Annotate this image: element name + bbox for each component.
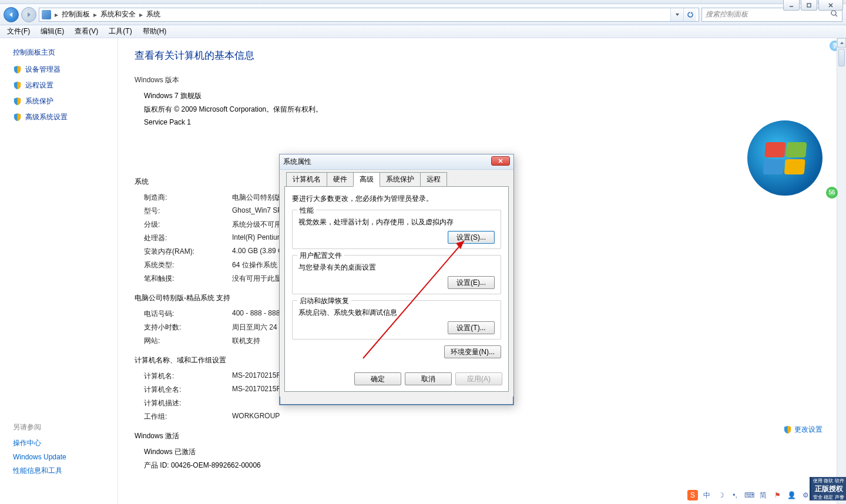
edition-heading: Windows 版本 [135,75,830,85]
menu-tools[interactable]: 工具(T) [104,25,136,38]
chevron-right-icon: ▸ [138,11,144,19]
ime-icon[interactable]: S [687,490,698,500]
page-title: 查看有关计算机的基本信息 [135,49,830,62]
badge-line3: 安全 稳定 声誉 [813,494,844,500]
sidebar-title[interactable]: 控制面板主页 [13,48,118,58]
wg-label: 工作组: [144,412,232,422]
see-also-heading: 另请参阅 [13,422,66,432]
breadcrumb-item[interactable]: 系统 [146,9,160,19]
manufacturer-value: 电脑公司特别版 [232,193,281,203]
hours-value: 周日至周六 24 [232,322,277,332]
nav-back-button[interactable] [4,7,19,22]
desc-label: 计算机描述: [144,398,232,408]
change-settings-label: 更改设置 [794,425,822,435]
tab-advanced[interactable]: 高级 [353,172,380,187]
cancel-button[interactable]: 取消 [405,372,452,385]
svg-point-4 [831,11,836,15]
startup-desc: 系统启动、系统失败和调试信息 [298,308,495,318]
svg-line-5 [835,15,837,16]
ime-style[interactable]: 简 [758,490,768,500]
search-icon [830,9,838,19]
shield-icon [13,97,22,106]
system-properties-dialog: 系统属性 计算机名 硬件 高级 系统保护 远程 要进行大多数更改，您必须作为管理… [279,154,514,405]
ime-pin-icon[interactable]: ⚑ [772,490,783,500]
see-also-windows-update[interactable]: Windows Update [13,453,66,461]
vertical-scrollbar[interactable] [837,38,846,504]
rating-value[interactable]: 系统分级不可用 [232,220,281,230]
tab-advanced-panel: 要进行大多数更改，您必须作为管理员登录。 性能 视觉效果，处理器计划，内存使用，… [284,186,509,392]
apply-button[interactable]: 应用(A) [455,372,502,385]
edition-name: Windows 7 旗舰版 [135,91,830,101]
processor-label: 处理器: [144,233,232,243]
activation-status: Windows 已激活 [135,447,830,457]
chevron-down-icon[interactable] [670,8,683,21]
pen-label: 笔和触摸: [144,274,232,284]
menubar: 文件(F) 编辑(E) 查看(V) 工具(T) 帮助(H) [0,25,846,38]
sidebar-item-protection[interactable]: 系统保护 [13,96,118,106]
profile-title: 用户配置文件 [297,251,344,261]
breadcrumb-item[interactable]: 控制面板 [62,9,90,19]
refresh-icon[interactable] [683,8,696,21]
ram-value: 4.00 GB (3.89 G [232,247,283,257]
badge-line1: 使用 微软 软件 [813,478,844,484]
close-button[interactable] [818,0,843,11]
minimize-button[interactable] [783,0,800,11]
startup-settings-button[interactable]: 设置(T)... [448,321,495,334]
dialog-close-button[interactable] [491,156,510,166]
maximize-button[interactable] [801,0,817,11]
sidebar-item-device-manager[interactable]: 设备管理器 [13,65,118,75]
wg-value: WORKGROUP [232,412,280,422]
startup-group: 启动和故障恢复 系统启动、系统失败和调试信息 设置(T)... [292,300,501,340]
sidebar-item-label: 高级系统设置 [25,112,68,122]
breadcrumb-item[interactable]: 系统和安全 [100,9,136,19]
service-pack: Service Pack 1 [135,118,830,126]
badge-line2: 正版授权 [815,484,843,494]
systype-value: 64 位操作系统 [232,260,277,270]
ime-person-icon[interactable]: 👤 [786,490,797,500]
fname-label: 计算机全名: [144,385,232,395]
scroll-up-icon[interactable] [837,38,846,48]
menu-view[interactable]: 查看(V) [70,25,103,38]
ime-keyboard-icon[interactable]: ⌨ [744,490,754,500]
ime-lang[interactable]: 中 [701,490,712,500]
phone-value: 400 - 888 - 888 [232,309,280,319]
tab-hardware[interactable]: 硬件 [327,172,354,187]
address-bar[interactable]: ▸ 控制面板 ▸ 系统和安全 ▸ 系统 [39,8,699,22]
menu-help[interactable]: 帮助(H) [138,25,172,38]
ime-punct-icon[interactable]: •, [730,490,740,500]
control-panel-icon [42,10,51,19]
rating-label: 分级: [144,220,232,230]
see-also-perf-info[interactable]: 性能信息和工具 [13,466,66,476]
admin-note: 要进行大多数更改，您必须作为管理员登录。 [292,194,501,204]
scroll-thumb[interactable] [838,49,845,66]
ime-moon-icon[interactable]: ☽ [716,490,726,500]
shield-icon [783,425,792,434]
see-also-action-center[interactable]: 操作中心 [13,438,66,448]
profile-settings-button[interactable]: 设置(E)... [448,276,495,289]
dialog-titlebar[interactable]: 系统属性 [280,154,513,170]
cname-value: MS-20170215F [232,371,281,381]
activation-heading: Windows 激活 [135,431,830,441]
ime-tray: S 中 ☽ •, ⌨ 简 ⚑ 👤 ⚙ [687,490,811,500]
env-var-button[interactable]: 环境变量(N)... [444,345,501,358]
performance-group: 性能 视觉效果，处理器计划，内存使用，以及虚拟内存 设置(S)... [292,210,501,249]
tab-remote[interactable]: 远程 [420,172,447,187]
tab-computer-name[interactable]: 计算机名 [286,172,327,187]
genuine-badge[interactable]: 使用 微软 软件 正版授权 安全 稳定 声誉 [810,477,846,500]
sidebar-item-remote[interactable]: 远程设置 [13,80,118,90]
sidebar-item-advanced[interactable]: 高级系统设置 [13,112,118,122]
tab-protection[interactable]: 系统保护 [380,172,421,187]
hours-label: 支持小时数: [144,322,232,332]
menu-file[interactable]: 文件(F) [2,25,35,38]
nav-forward-button[interactable] [21,7,36,22]
ok-button[interactable]: 确定 [354,372,401,385]
site-value[interactable]: 联机支持 [232,336,260,346]
performance-settings-button[interactable]: 设置(S)... [448,231,495,244]
unlock-badge[interactable]: 56 [826,187,838,199]
profile-desc: 与您登录有关的桌面设置 [298,263,495,273]
menu-edit[interactable]: 编辑(E) [36,25,69,38]
change-settings-link[interactable]: 更改设置 [783,425,822,435]
manufacturer-label: 制造商: [144,193,232,203]
cname-label: 计算机名: [144,371,232,381]
performance-desc: 视觉效果，处理器计划，内存使用，以及虚拟内存 [298,217,495,227]
